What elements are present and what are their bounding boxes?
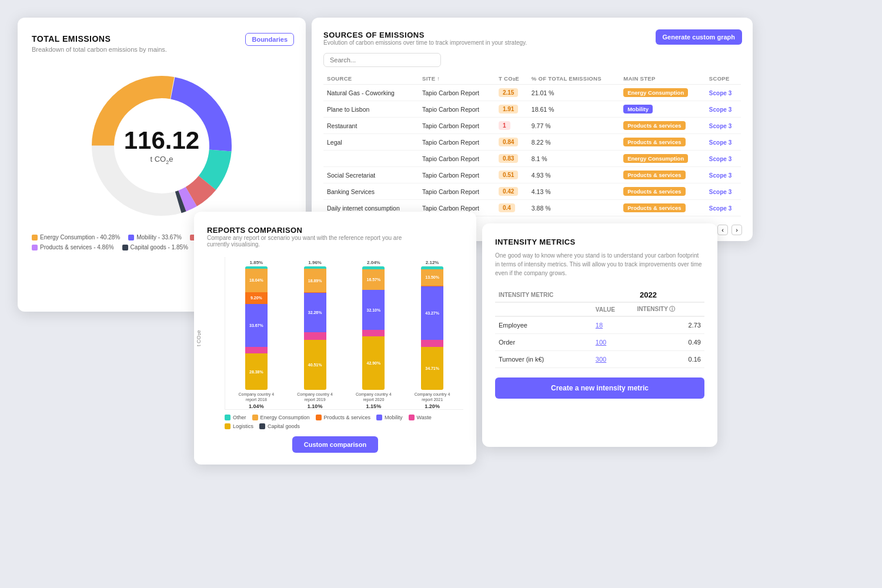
- donut-center: 116.12 t CO2e: [124, 126, 199, 165]
- legend-color: [376, 415, 382, 420]
- intensity-intensity: 0.16: [634, 351, 704, 368]
- source-scope: Scope 3: [706, 167, 741, 183]
- custom-comparison-button[interactable]: Custom comparison: [292, 436, 378, 453]
- source-pct: 18.61 %: [528, 101, 620, 118]
- source-pct: 4.93 %: [528, 167, 620, 183]
- bar-segment: 16.57%: [362, 269, 385, 290]
- bar-group: 2.04%16.57%32.10%42.90%Company country 4…: [349, 260, 399, 409]
- bar-segment: [362, 330, 385, 336]
- source-name: [323, 151, 419, 167]
- source-scope: Scope 3: [706, 183, 741, 200]
- bar-segment: [304, 332, 326, 340]
- source-step: Energy Consumption: [620, 151, 706, 167]
- intensity-col-metric: INTENSITY METRIC: [495, 288, 592, 302]
- legend-dot-products: [32, 245, 38, 250]
- source-pct: 3.88 %: [528, 200, 620, 216]
- source-scope: Scope 3: [706, 151, 741, 167]
- intensity-row: Employee 18 2.73: [495, 316, 704, 334]
- bar-segment: 40.51%: [304, 340, 326, 390]
- source-name: Legal: [323, 134, 419, 151]
- legend-dot-capital: [122, 245, 128, 250]
- legend-dot-mobility: [128, 235, 134, 240]
- donut-chart: 116.12 t CO2e: [32, 64, 292, 228]
- legend-item: Capital goods: [259, 423, 300, 429]
- generate-graph-button[interactable]: Generate custom graph: [656, 29, 742, 45]
- table-row: Legal Tapio Carbon Report 0.84 8.22 % Pr…: [323, 134, 741, 151]
- prev-page-button[interactable]: ‹: [717, 225, 728, 235]
- boundaries-button[interactable]: Boundaries: [245, 33, 294, 46]
- source-tco2e: 0.4: [495, 200, 528, 216]
- source-site: Tapio Carbon Report: [419, 118, 495, 134]
- bar-segment: 13.50%: [421, 269, 443, 286]
- bar-label: Company country 4 report 2019: [295, 392, 336, 402]
- intensity-metric-name: Turnover (in k€): [495, 351, 592, 368]
- table-row: Plane to Lisbon Tapio Carbon Report 1.91…: [323, 101, 741, 118]
- legend-dot-energy: [32, 235, 38, 240]
- legend-color: [252, 415, 258, 420]
- source-step: Products & services: [620, 200, 706, 216]
- source-scope: Scope 3: [706, 200, 741, 216]
- bar-label: Company country 4 report 2020: [353, 392, 394, 402]
- intensity-intensity: 2.73: [634, 316, 704, 334]
- bar-segment: 18.04%: [245, 269, 268, 292]
- source-scope: Scope 3: [706, 134, 741, 151]
- source-scope: Scope 3: [706, 101, 741, 118]
- table-row: Banking Services Tapio Carbon Report 0.4…: [323, 183, 741, 200]
- legend-products: Products & services - 4.86%: [32, 244, 114, 250]
- col-pct: % OF TOTAL EMISSIONS: [528, 73, 620, 85]
- table-row: Restaurant Tapio Carbon Report 1 9.77 % …: [323, 118, 741, 134]
- create-intensity-button[interactable]: Create a new intensity metric: [495, 377, 704, 399]
- intensity-row: Turnover (in k€) 300 0.16: [495, 351, 704, 368]
- bar-stack: 16.57%32.10%42.90%: [362, 266, 385, 390]
- source-step: Products & services: [620, 118, 706, 134]
- source-scope: Scope 3: [706, 118, 741, 134]
- intensity-value[interactable]: 100: [592, 334, 634, 351]
- bar-group: 1.96%18.89%32.26%40.51%Company country 4…: [290, 260, 340, 409]
- col-site: SITE ↑: [419, 73, 495, 85]
- intensity-col-value: VALUE: [592, 302, 634, 316]
- source-pct: 8.22 %: [528, 134, 620, 151]
- source-step: Products & services: [620, 167, 706, 183]
- source-pct: 8.1 %: [528, 151, 620, 167]
- table-row: Tapio Carbon Report 0.83 8.1 % Energy Co…: [323, 151, 741, 167]
- intensity-value[interactable]: 18: [592, 316, 634, 334]
- reports-card: REPORTS COMPARISON Compare any report or…: [194, 212, 476, 465]
- legend-color: [225, 415, 230, 420]
- bar-label: Company country 4 report 2021: [412, 392, 453, 402]
- reports-title: REPORTS COMPARISON: [207, 226, 463, 235]
- source-site: Tapio Carbon Report: [419, 183, 495, 200]
- source-name: Banking Services: [323, 183, 419, 200]
- source-tco2e: 2.15: [495, 85, 528, 101]
- intensity-value[interactable]: 300: [592, 351, 634, 368]
- legend-item: Waste: [409, 415, 432, 420]
- intensity-table: INTENSITY METRIC 2022 VALUE INTENSITY ⓘ …: [495, 288, 704, 368]
- intensity-intensity: 0.49: [634, 334, 704, 351]
- bar-group: 1.85%18.04%9.20%33.67%28.38%Company coun…: [231, 260, 282, 409]
- bar-chart: 1.85%18.04%9.20%33.67%28.38%Company coun…: [225, 257, 463, 410]
- source-step: Mobility: [620, 101, 706, 118]
- reports-subtitle: Compare any report or scenario you want …: [207, 235, 407, 248]
- legend-item: Logistics: [225, 423, 253, 429]
- legend-item: Mobility: [376, 415, 403, 420]
- legend-item: Energy Consumption: [252, 415, 310, 420]
- source-tco2e: 0.84: [495, 134, 528, 151]
- source-pct: 21.01 %: [528, 85, 620, 101]
- bar-segment: 32.10%: [362, 290, 385, 330]
- source-step: Products & services: [620, 134, 706, 151]
- source-step: Energy Consumption: [620, 85, 706, 101]
- legend-color: [316, 415, 322, 420]
- source-site: Tapio Carbon Report: [419, 101, 495, 118]
- source-site: Tapio Carbon Report: [419, 167, 495, 183]
- source-pct: 9.77 %: [528, 118, 620, 134]
- sources-search[interactable]: [323, 53, 441, 67]
- legend-item: Other: [225, 415, 246, 420]
- sources-table: SOURCE SITE ↑ T CO₂E % OF TOTAL EMISSION…: [323, 73, 741, 216]
- source-site: Tapio Carbon Report: [419, 151, 495, 167]
- intensity-row: Order 100 0.49: [495, 334, 704, 351]
- source-name: Plane to Lisbon: [323, 101, 419, 118]
- next-page-button[interactable]: ›: [731, 225, 742, 235]
- legend-color: [225, 423, 230, 429]
- source-scope: Scope 3: [706, 85, 741, 101]
- bar-stack: 18.89%32.26%40.51%: [304, 266, 326, 390]
- source-site: Tapio Carbon Report: [419, 134, 495, 151]
